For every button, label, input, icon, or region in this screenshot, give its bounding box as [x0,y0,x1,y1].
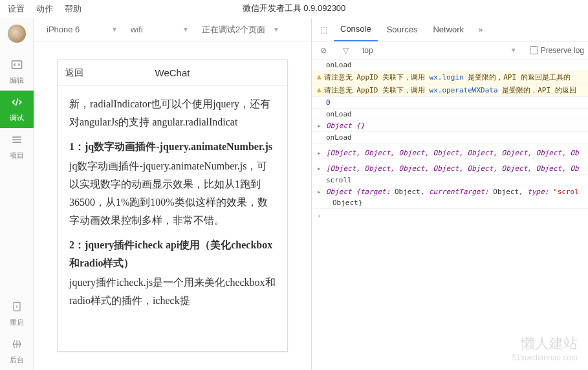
content-heading: 1：jq数字动画插件-jquery.animateNumber.js [69,138,276,156]
log-line: Object} [312,197,588,209]
log-line: onLoad [312,109,588,120]
sidebar: 编辑 调试 项目 重启 后台 [0,18,34,370]
debug-icon [10,96,23,111]
sidebar-debug[interactable]: 调试 [0,91,34,128]
preview-pane: iPhone 6 ▼ wifi ▼ 正在调试2个页面 ▼ 返回 WeChat [34,18,312,370]
console-output[interactable]: onLoad ▲请注意无 AppID 关联下，调用 wx.login 是受限的，… [312,60,588,370]
phone-content[interactable]: 新，radialIndicator也可以个使用jquery，还有对angular… [58,86,287,351]
back-button[interactable]: 返回 [58,67,91,79]
warning-icon: ▲ [317,85,321,94]
log-object[interactable]: ▸Object {target: Object, currentTarget: … [312,186,588,197]
preview-toolbar: iPhone 6 ▼ wifi ▼ 正在调试2个页面 ▼ [34,18,311,41]
menu-icon [10,133,23,148]
log-warning: ▲请注意无 AppID 关联下，调用 wx.operateWXData 是受限的… [312,84,588,97]
devtools-tabs: ⬚ Console Sources Network » [312,18,588,41]
expand-icon[interactable]: ▸ [317,164,323,173]
log-object[interactable]: ▸Object {} [312,120,588,132]
log-object[interactable]: ▸[Object, Object, Object, Object, Object… [312,144,588,159]
preserve-log-checkbox[interactable]: Preserve log [530,46,584,55]
chevron-down-icon: ▼ [510,47,517,54]
context-selector[interactable]: top ▼ [360,46,523,55]
chevron-down-icon: ▼ [182,26,189,33]
content-paragraph: 新，radialIndicator也可以个使用jquery，还有对angular… [69,95,276,131]
backend-icon [10,338,23,353]
filter-icon[interactable]: ▽ [338,46,353,55]
tab-network[interactable]: Network [426,18,470,41]
content-heading: 2：jquery插件icheck api使用（美化checkbox和radio样… [69,236,276,272]
avatar[interactable] [8,25,26,43]
console-filter-bar: ⊘ ▽ top ▼ Preserve log [312,41,588,60]
console-prompt[interactable]: › [312,209,588,223]
tab-console[interactable]: Console [334,18,378,41]
log-line: onLoad [312,132,588,144]
expand-icon[interactable]: ▸ [317,188,323,196]
sidebar-restart[interactable]: 重启 [0,295,34,332]
sidebar-project[interactable]: 项目 [0,128,34,166]
warning-icon: ▲ [317,72,321,81]
tab-sources[interactable]: Sources [380,18,424,41]
menu-settings[interactable]: 设置 [8,3,25,15]
devtools-panel: ⬚ Console Sources Network » ⊘ ▽ top ▼ Pr… [312,18,588,370]
log-line: scroll [312,175,588,186]
log-warning: ▲请注意无 AppID 关联下，调用 wx.login 是受限的，API 的返回… [312,71,588,84]
expand-icon[interactable]: ▸ [317,149,323,157]
network-selector[interactable]: wifi ▼ [124,21,195,39]
code-icon [10,58,23,73]
status-selector[interactable]: 正在调试2个页面 ▼ [195,21,286,39]
clear-icon[interactable]: ⊘ [316,46,331,55]
content-paragraph: jq数字动画插件-jquery.animateNumber.js，可以实现数字的… [69,157,276,230]
element-picker-icon[interactable]: ⬚ [316,25,331,34]
menu-actions[interactable]: 动作 [36,3,53,15]
sidebar-edit[interactable]: 编辑 [0,53,34,91]
phone-title: WeChat [155,67,190,78]
log-line: 0 [312,97,588,109]
log-line: onLoad [312,60,588,71]
restart-icon [10,300,23,315]
phone-simulator: 返回 WeChat 新，radialIndicator也可以个使用jquery，… [57,60,288,352]
chevron-down-icon: ▼ [273,26,279,33]
log-object[interactable]: ▸[Object, Object, Object, Object, Object… [312,159,588,175]
window-title: 微信开发者工具 0.9.092300 [243,3,346,14]
sidebar-backend[interactable]: 后台 [0,332,34,370]
more-tabs-icon[interactable]: » [473,25,488,34]
expand-icon[interactable]: ▸ [317,122,323,130]
device-selector[interactable]: iPhone 6 ▼ [40,21,124,39]
chevron-down-icon: ▼ [111,26,118,33]
menu-help[interactable]: 帮助 [65,3,82,15]
content-paragraph: jquery插件icheck.js是一个用来美化checkbox和radio样式… [69,274,276,310]
